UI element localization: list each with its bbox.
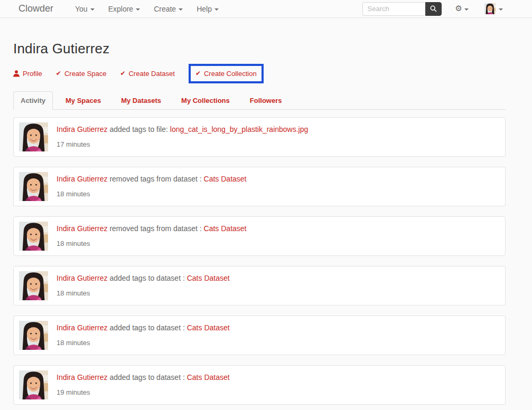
activity-time: 17 minutes [57, 140, 308, 148]
activity-card: Indira Gutierrez added tags to dataset :… [13, 316, 506, 355]
search-group [362, 2, 442, 16]
create-collection-link[interactable]: ✔ Create Collection [195, 70, 257, 78]
create-dataset-link[interactable]: ✔ Create Dataset [120, 70, 175, 78]
activity-description: Indira Gutierrez added tags to dataset :… [57, 373, 230, 382]
menu-help-label: Help [197, 5, 212, 13]
activity-description: Indira Gutierrez added tags to file: lon… [57, 125, 308, 134]
activity-card: Indira Gutierrez added tags to file: lon… [13, 117, 506, 157]
activity-card: Indira Gutierrez added tags to dataset :… [13, 266, 506, 306]
chevron-down-icon [499, 8, 503, 11]
activity-description: Indira Gutierrez removed tags from datas… [57, 175, 247, 183]
main-menu: You Explore Create Help [68, 5, 226, 13]
target-link[interactable]: Cats Dataset [204, 175, 247, 183]
menu-create[interactable]: Create [147, 5, 190, 13]
activity-time: 18 minutes [57, 190, 247, 198]
menu-help[interactable]: Help [190, 5, 226, 13]
search-icon [430, 5, 437, 12]
user-link[interactable]: Indira Gutierrez [57, 175, 107, 183]
user-link[interactable]: Indira Gutierrez [57, 224, 107, 233]
activity-description: Indira Gutierrez added tags to dataset :… [57, 323, 230, 332]
activity-card-body: Indira Gutierrez removed tags from datas… [57, 172, 247, 201]
gear-icon: ⚙ [455, 5, 462, 13]
navbar-avatar [484, 3, 496, 14]
activity-card: Indira Gutierrez removed tags from datas… [13, 167, 506, 206]
user-link[interactable]: Indira Gutierrez [57, 125, 107, 134]
activity-card: Indira Gutierrez added tags to dataset :… [13, 365, 506, 405]
target-link[interactable]: Cats Dataset [204, 224, 247, 233]
target-link[interactable]: Cats Dataset [187, 373, 230, 382]
check-icon: ✔ [195, 70, 201, 77]
brand-logo[interactable]: Clowder [18, 3, 53, 14]
user-avatar[interactable] [19, 271, 48, 300]
activity-action: added tags to dataset : [109, 274, 184, 282]
target-link[interactable]: Cats Dataset [187, 323, 230, 332]
page-title: Indira Gutierrez [13, 41, 532, 57]
menu-you[interactable]: You [68, 5, 101, 13]
activity-card-body: Indira Gutierrez added tags to dataset :… [57, 370, 230, 399]
activity-action: removed tags from dataset : [109, 224, 201, 233]
profile-link[interactable]: Profile [13, 70, 42, 78]
user-icon [13, 70, 20, 77]
user-avatar[interactable] [19, 172, 48, 201]
user-dropdown[interactable] [484, 3, 503, 14]
settings-dropdown[interactable]: ⚙ [455, 5, 469, 13]
target-link[interactable]: long_cat_is_long_by_plastik_rainbows.jpg [170, 125, 309, 134]
user-link[interactable]: Indira Gutierrez [57, 373, 107, 382]
check-icon: ✔ [120, 70, 125, 77]
profile-tabs: Activity My Spaces My Datasets My Collec… [13, 91, 506, 110]
activity-feed: Indira Gutierrez added tags to file: lon… [13, 117, 506, 410]
create-space-label: Create Space [64, 70, 107, 78]
menu-explore[interactable]: Explore [101, 5, 147, 13]
navbar-right: ⚙ [362, 2, 503, 16]
activity-card-body: Indira Gutierrez added tags to dataset :… [57, 321, 230, 350]
activity-action: removed tags from dataset : [109, 175, 201, 183]
activity-action: added tags to file: [109, 125, 168, 134]
tab-followers[interactable]: Followers [242, 91, 290, 110]
search-button[interactable] [425, 2, 442, 16]
activity-time: 18 minutes [57, 240, 247, 247]
chevron-down-icon [90, 8, 95, 11]
profile-link-label: Profile [23, 70, 42, 78]
tab-my-datasets[interactable]: My Datasets [114, 91, 169, 110]
menu-you-label: You [75, 5, 88, 13]
user-avatar[interactable] [19, 370, 48, 399]
activity-card-body: Indira Gutierrez added tags to file: lon… [57, 122, 308, 151]
chevron-down-icon [464, 8, 469, 11]
menu-create-label: Create [154, 5, 176, 13]
tab-my-collections[interactable]: My Collections [174, 91, 237, 110]
main-content: Indira Gutierrez Profile ✔ Create Space … [0, 41, 532, 410]
activity-description: Indira Gutierrez added tags to dataset :… [57, 274, 230, 282]
menu-explore-label: Explore [108, 5, 133, 13]
activity-action: added tags to dataset : [109, 373, 184, 382]
activity-card-body: Indira Gutierrez added tags to dataset :… [57, 271, 230, 300]
activity-time: 19 minutes [57, 388, 230, 396]
chevron-down-icon [179, 8, 183, 11]
activity-card-body: Indira Gutierrez removed tags from datas… [57, 222, 247, 251]
user-avatar[interactable] [19, 321, 48, 350]
activity-description: Indira Gutierrez removed tags from datas… [57, 224, 247, 233]
top-navbar: Clowder You Explore Create Help [0, 0, 532, 18]
check-icon: ✔ [56, 70, 61, 77]
target-link[interactable]: Cats Dataset [187, 274, 230, 282]
tab-activity[interactable]: Activity [13, 91, 53, 110]
create-space-link[interactable]: ✔ Create Space [56, 70, 107, 78]
activity-action: added tags to dataset : [109, 323, 184, 332]
create-collection-label: Create Collection [204, 70, 257, 78]
activity-time: 18 minutes [57, 339, 230, 347]
highlight-box: ✔ Create Collection [189, 64, 264, 83]
tab-my-spaces[interactable]: My Spaces [58, 91, 108, 110]
profile-actions: Profile ✔ Create Space ✔ Create Dataset … [13, 62, 532, 85]
activity-time: 18 minutes [57, 289, 230, 297]
user-avatar[interactable] [19, 222, 48, 251]
chevron-down-icon [136, 8, 140, 11]
activity-card: Indira Gutierrez removed tags from datas… [13, 216, 506, 256]
user-avatar[interactable] [19, 122, 48, 151]
search-input[interactable] [362, 2, 425, 16]
user-link[interactable]: Indira Gutierrez [57, 274, 107, 282]
create-dataset-label: Create Dataset [128, 70, 174, 78]
chevron-down-icon [214, 8, 219, 11]
user-link[interactable]: Indira Gutierrez [57, 323, 107, 332]
